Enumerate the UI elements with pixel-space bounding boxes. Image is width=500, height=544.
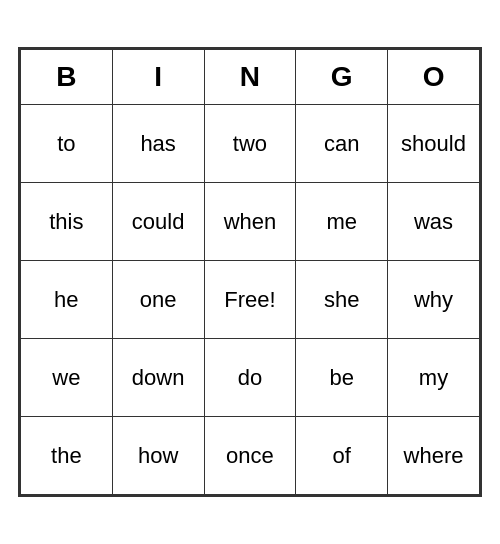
cell-r0-c4: should	[388, 105, 480, 183]
header-col-b: B	[21, 50, 113, 105]
cell-r0-c3: can	[296, 105, 388, 183]
cell-r4-c3: of	[296, 417, 388, 495]
cell-r3-c0: we	[21, 339, 113, 417]
header-col-o: O	[388, 50, 480, 105]
cell-r2-c0: he	[21, 261, 113, 339]
cell-r3-c1: down	[112, 339, 204, 417]
cell-r0-c2: two	[204, 105, 296, 183]
cell-r2-c4: why	[388, 261, 480, 339]
bingo-card: BINGO tohastwocanshouldthiscouldwhenmewa…	[18, 47, 482, 497]
cell-r0-c1: has	[112, 105, 204, 183]
table-row: thiscouldwhenmewas	[21, 183, 480, 261]
cell-r1-c2: when	[204, 183, 296, 261]
cell-r1-c4: was	[388, 183, 480, 261]
cell-r4-c4: where	[388, 417, 480, 495]
cell-r0-c0: to	[21, 105, 113, 183]
cell-r3-c2: do	[204, 339, 296, 417]
header-col-i: I	[112, 50, 204, 105]
cell-r4-c1: how	[112, 417, 204, 495]
table-row: thehowonceofwhere	[21, 417, 480, 495]
cell-r2-c1: one	[112, 261, 204, 339]
header-col-g: G	[296, 50, 388, 105]
cell-r1-c0: this	[21, 183, 113, 261]
header-col-n: N	[204, 50, 296, 105]
cell-r2-c2: Free!	[204, 261, 296, 339]
cell-r1-c1: could	[112, 183, 204, 261]
cell-r2-c3: she	[296, 261, 388, 339]
header-row: BINGO	[21, 50, 480, 105]
cell-r3-c4: my	[388, 339, 480, 417]
bingo-table: BINGO tohastwocanshouldthiscouldwhenmewa…	[20, 49, 480, 495]
table-row: wedowndobemy	[21, 339, 480, 417]
cell-r4-c2: once	[204, 417, 296, 495]
cell-r1-c3: me	[296, 183, 388, 261]
table-row: tohastwocanshould	[21, 105, 480, 183]
cell-r3-c3: be	[296, 339, 388, 417]
cell-r4-c0: the	[21, 417, 113, 495]
table-row: heoneFree!shewhy	[21, 261, 480, 339]
